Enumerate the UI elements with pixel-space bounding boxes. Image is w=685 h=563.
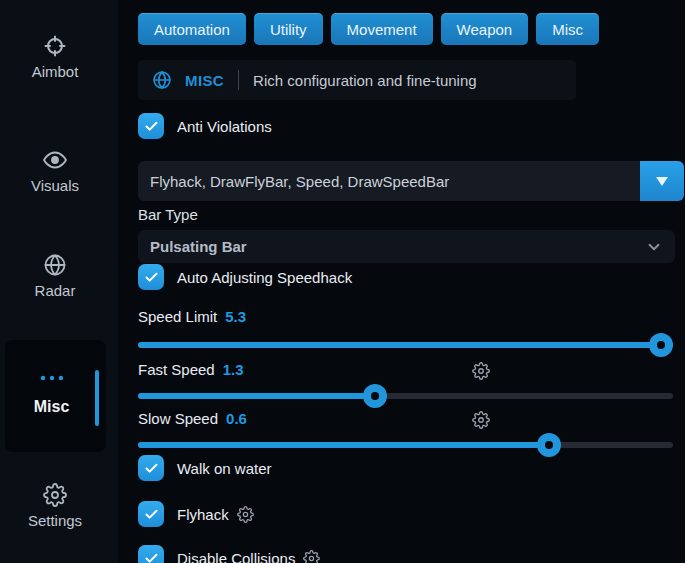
tab-automation[interactable]: Automation [138, 13, 246, 45]
slider-handle[interactable] [649, 333, 673, 357]
slider-handle[interactable] [537, 433, 561, 457]
sidebar-item-settings[interactable]: Settings [0, 483, 110, 529]
slider-handle[interactable] [363, 384, 387, 408]
section-title: MISC [185, 72, 224, 89]
fast-speed-value: 1.3 [223, 361, 244, 378]
section-subtitle: Rich configuration and fine-tuning [253, 72, 476, 89]
auto-adjusting-speedhack-row[interactable]: Auto Adjusting Speedhack [138, 264, 352, 290]
feature-multiselect-value: Flyhack, DrawFlyBar, Speed, DrawSpeedBar [150, 173, 449, 190]
auto-adjusting-speedhack-checkbox[interactable] [138, 264, 164, 290]
walk-on-water-checkbox[interactable] [138, 455, 164, 481]
gear-icon [43, 483, 67, 507]
walk-on-water-label: Walk on water [177, 460, 271, 477]
speed-limit-slider[interactable] [138, 333, 673, 357]
check-icon [144, 507, 159, 522]
globe-icon [152, 70, 172, 90]
fast-speed-slider[interactable] [138, 384, 673, 408]
tab-weapon[interactable]: Weapon [441, 13, 529, 45]
sidebar-item-label: Radar [35, 282, 76, 299]
flyhack-label: Flyhack [177, 506, 229, 523]
triangle-down-icon [655, 175, 669, 187]
sidebar-item-misc-selected[interactable]: Misc [5, 340, 106, 452]
bar-type-select[interactable]: Pulsating Bar [138, 230, 675, 263]
eye-icon [43, 148, 67, 172]
fast-speed-label: Fast Speed [138, 361, 215, 378]
category-tabs: Automation Utility Movement Weapon Misc [138, 13, 599, 45]
slow-speed-value: 0.6 [226, 410, 247, 427]
slow-speed-slider[interactable] [138, 433, 673, 457]
sidebar-item-label: Visuals [31, 177, 79, 194]
slider-fill [138, 342, 661, 348]
speed-limit-label-row: Speed Limit 5.3 [138, 308, 246, 325]
check-icon [144, 270, 159, 285]
tab-movement[interactable]: Movement [331, 13, 433, 45]
tab-utility[interactable]: Utility [254, 13, 323, 45]
anti-violations-checkbox[interactable] [138, 113, 164, 139]
sidebar: Aimbot Visuals Radar Misc [0, 0, 118, 563]
chevron-down-icon [645, 238, 663, 256]
check-icon [144, 119, 159, 134]
bar-type-label: Bar Type [138, 206, 198, 223]
sidebar-item-label: Settings [28, 512, 82, 529]
check-icon [144, 551, 159, 563]
sidebar-item-label: Misc [5, 398, 98, 416]
flyhack-gear-icon[interactable] [237, 506, 254, 523]
slow-speed-label: Slow Speed [138, 410, 218, 427]
walk-on-water-row[interactable]: Walk on water [138, 455, 271, 481]
globe-icon [43, 253, 67, 277]
tab-misc[interactable]: Misc [536, 13, 599, 45]
slow-speed-gear-icon[interactable] [472, 411, 490, 429]
anti-violations-row[interactable]: Anti Violations [138, 113, 272, 139]
section-header: MISC Rich configuration and fine-tuning [138, 60, 576, 100]
feature-multiselect-dropdown-button[interactable] [640, 161, 684, 201]
slider-fill [138, 442, 549, 448]
speed-limit-value: 5.3 [225, 308, 246, 325]
crosshair-icon [43, 34, 67, 58]
app-window: Aimbot Visuals Radar Misc [0, 0, 685, 563]
sidebar-item-label: Aimbot [32, 63, 79, 80]
flyhack-checkbox[interactable] [138, 501, 164, 527]
flyhack-row[interactable]: Flyhack [138, 501, 254, 527]
bar-type-value: Pulsating Bar [150, 238, 247, 255]
ellipsis-icon [5, 368, 98, 386]
disable-collisions-label: Disable Collisions [177, 550, 295, 563]
disable-collisions-row[interactable]: Disable Collisions [138, 545, 320, 563]
slow-speed-label-row: Slow Speed 0.6 [138, 410, 247, 427]
check-icon [144, 461, 159, 476]
disable-collisions-gear-icon[interactable] [303, 550, 320, 563]
active-indicator-bar [95, 370, 99, 426]
anti-violations-label: Anti Violations [177, 118, 272, 135]
feature-multiselect-field[interactable]: Flyhack, DrawFlyBar, Speed, DrawSpeedBar [138, 161, 640, 201]
speed-limit-label: Speed Limit [138, 308, 217, 325]
sidebar-item-visuals[interactable]: Visuals [0, 148, 110, 194]
slider-fill [138, 393, 375, 399]
feature-multiselect: Flyhack, DrawFlyBar, Speed, DrawSpeedBar [138, 161, 684, 201]
header-divider [238, 70, 239, 90]
auto-adjusting-speedhack-label: Auto Adjusting Speedhack [177, 269, 352, 286]
sidebar-item-radar[interactable]: Radar [0, 253, 110, 299]
disable-collisions-checkbox[interactable] [138, 545, 164, 563]
fast-speed-gear-icon[interactable] [472, 362, 490, 380]
sidebar-item-aimbot[interactable]: Aimbot [0, 34, 110, 80]
fast-speed-label-row: Fast Speed 1.3 [138, 361, 244, 378]
